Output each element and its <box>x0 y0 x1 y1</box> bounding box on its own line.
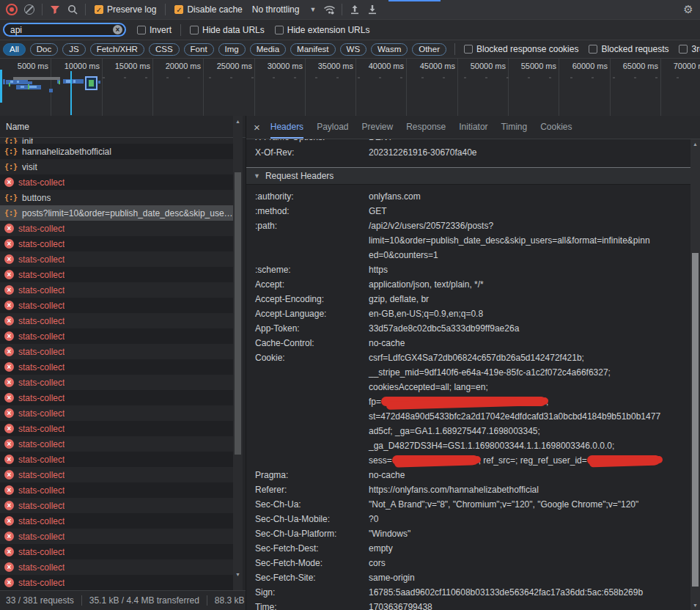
tab-headers[interactable]: Headers <box>270 116 303 139</box>
type-filter-js[interactable]: JS <box>62 43 85 56</box>
filter-checkbox-hide-extension-urls[interactable]: Hide extension URLs <box>275 25 370 35</box>
divider <box>42 4 43 15</box>
error-status-icon: × <box>4 408 14 418</box>
list-scrollbar-thumb[interactable] <box>235 172 241 455</box>
request-row[interactable]: ×stats-collect <box>0 559 233 575</box>
type-filter-doc[interactable]: Doc <box>30 43 58 56</box>
header-value-line: no-cache <box>369 336 690 350</box>
type-filter-css[interactable]: CSS <box>149 43 180 56</box>
type-filter-all[interactable]: All <box>3 43 26 56</box>
request-headers-section-toggle[interactable]: ▼ Request Headers <box>246 167 690 185</box>
scroll-down-icon[interactable]: ▼ <box>690 603 700 608</box>
filter-checkbox-blocked-response-cookies[interactable]: Blocked response cookies <box>464 44 578 54</box>
type-filter-font[interactable]: Font <box>184 43 214 56</box>
clear-filter-icon[interactable]: × <box>113 25 122 34</box>
request-row[interactable]: ×stats-collect <box>0 390 233 405</box>
type-filter-media[interactable]: Media <box>250 43 286 56</box>
request-count: 33 / 381 requests <box>6 595 74 606</box>
timeline-gridline <box>457 59 458 116</box>
details-scrollbar[interactable]: ▲ ▼ <box>690 139 700 610</box>
request-row[interactable]: ×stats-collect <box>0 328 233 344</box>
request-name: stats-collect <box>18 285 65 295</box>
waterfall-bar <box>28 84 29 89</box>
filter-checkbox-3rd-party-requests[interactable]: 3rd-party requests <box>679 44 700 54</box>
request-row[interactable]: ×stats-collect <box>0 251 233 267</box>
request-row[interactable]: ×stats-collect <box>0 452 233 467</box>
request-row[interactable]: ×stats-collect <box>0 467 233 482</box>
list-scrollbar[interactable]: ▲ ▼ <box>233 116 243 590</box>
throttling-select[interactable]: No throttling ▼ <box>252 4 317 15</box>
name-column-header[interactable]: Name <box>0 116 246 138</box>
request-row[interactable]: ×stats-collect <box>0 359 233 375</box>
request-row[interactable]: {:}posts?limit=10&order=publish_date_des… <box>0 205 233 221</box>
type-filter-wasm[interactable]: Wasm <box>371 43 408 56</box>
filter-input-wrap: × <box>3 23 126 37</box>
filter-checkbox-hide-data-urls[interactable]: Hide data URLs <box>190 25 265 35</box>
request-row[interactable]: ×stats-collect <box>0 236 233 251</box>
details-scrollbar-thumb[interactable] <box>692 253 699 587</box>
request-row[interactable]: ×stats-collect <box>0 513 233 529</box>
header-row: :method:GET <box>246 204 690 218</box>
tab-timing[interactable]: Timing <box>501 116 528 139</box>
scroll-up-icon[interactable]: ▲ <box>690 142 700 147</box>
header-value: csrf=LdfcGX4Sa72db06824c657db26a5d142472… <box>369 350 690 468</box>
type-filter-img[interactable]: Img <box>218 43 246 56</box>
preserve-log-checkbox[interactable]: ✓ Preserve log <box>95 4 156 15</box>
request-name: stats-collect <box>18 547 65 557</box>
settings-gear-icon[interactable]: ⚙ <box>679 1 697 18</box>
search-button[interactable] <box>64 1 81 18</box>
request-row[interactable]: ×stats-collect <box>0 421 233 436</box>
tab-cookies[interactable]: Cookies <box>540 116 572 139</box>
request-row[interactable]: ×stats-collect <box>0 375 233 390</box>
request-row[interactable]: ×stats-collect <box>0 498 233 513</box>
export-har-button[interactable] <box>364 1 381 18</box>
header-name: :path: <box>246 218 369 233</box>
type-filter-manifest[interactable]: Manifest <box>290 43 335 56</box>
request-row[interactable]: ×stats-collect <box>0 344 233 359</box>
request-row[interactable]: ×stats-collect <box>0 313 233 328</box>
error-status-icon: × <box>4 516 14 526</box>
request-row[interactable]: {:}visit <box>0 159 233 174</box>
disable-cache-checkbox[interactable]: ✓ Disable cache <box>174 4 242 15</box>
request-row[interactable]: ×stats-collect <box>0 529 233 544</box>
network-conditions-button[interactable] <box>320 1 338 18</box>
tab-preview[interactable]: Preview <box>362 116 394 139</box>
type-filter-other[interactable]: Other <box>412 43 446 56</box>
request-row[interactable]: {:}hannahelizabethofficial <box>0 144 233 159</box>
scroll-down-icon[interactable]: ▼ <box>233 572 243 577</box>
type-filter-ws[interactable]: WS <box>340 43 367 56</box>
header-value-line: en-GB,en-US;q=0.9,en;q=0.8 <box>369 306 690 321</box>
header-name: :authority: <box>246 189 369 204</box>
filter-input[interactable] <box>3 23 126 37</box>
request-row[interactable]: ×stats-collect <box>0 405 233 421</box>
scroll-up-icon[interactable]: ▲ <box>233 119 243 124</box>
clear-button[interactable] <box>21 1 38 18</box>
network-overview-timeline[interactable]: 5000 ms10000 ms15000 ms20000 ms25000 ms3… <box>0 59 700 117</box>
error-status-icon: × <box>4 424 14 433</box>
type-filter-fetch-xhr[interactable]: Fetch/XHR <box>90 43 144 56</box>
request-row[interactable]: ×stats-collect <box>0 575 233 590</box>
tab-initiator[interactable]: Initiator <box>459 116 487 139</box>
overview-window-handle[interactable] <box>0 70 2 103</box>
request-row[interactable]: ×stats-collect <box>0 436 233 452</box>
header-row: Pragma:no-cache <box>246 468 690 482</box>
request-row[interactable]: ×stats-collect <box>0 282 233 298</box>
request-row[interactable]: ×stats-collect <box>0 544 233 559</box>
record-button[interactable] <box>3 1 21 18</box>
tab-response[interactable]: Response <box>406 116 446 139</box>
request-row[interactable]: ×stats-collect <box>0 221 233 236</box>
filter-toggle-button[interactable] <box>46 1 64 18</box>
filter-checkbox-blocked-requests[interactable]: Blocked requests <box>589 44 668 54</box>
request-row[interactable]: ×stats-collect <box>0 174 233 190</box>
request-row[interactable]: ×stats-collect <box>0 298 233 313</box>
request-row[interactable]: {:}init <box>0 138 233 144</box>
request-row[interactable]: ×stats-collect <box>0 267 233 282</box>
request-row[interactable]: ×stats-collect <box>0 482 233 498</box>
tab-payload[interactable]: Payload <box>317 116 348 139</box>
request-row[interactable]: {:}buttons <box>0 190 233 205</box>
filter-checkbox-invert[interactable]: Invert <box>137 25 172 35</box>
header-name: Cache-Control: <box>246 336 369 350</box>
import-har-button[interactable] <box>346 1 364 18</box>
close-icon[interactable]: × <box>254 121 260 133</box>
header-value-line: ed=0&counters=1 <box>369 248 690 262</box>
